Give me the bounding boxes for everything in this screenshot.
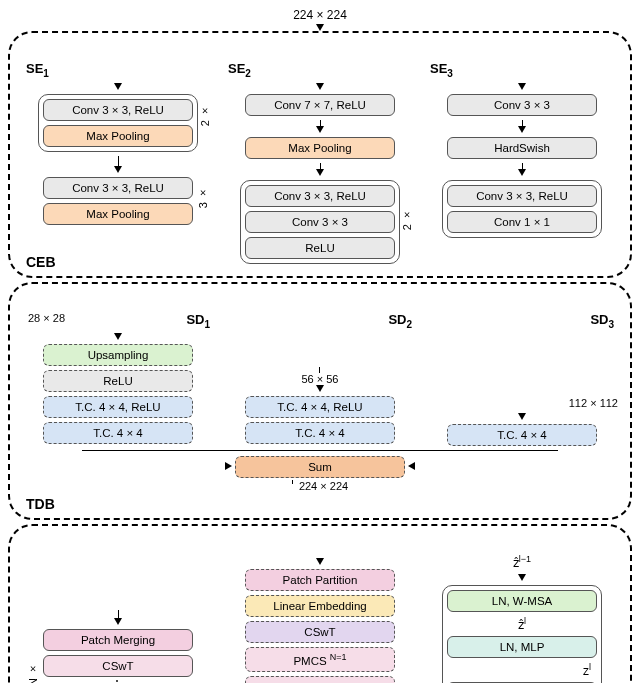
arrow-down-icon	[316, 558, 324, 565]
se2-column: SE2 Conv 7 × 7, ReLU Max Pooling 2 × Con…	[224, 61, 416, 264]
sd2-title: SD2	[388, 312, 412, 330]
multiplier-label: N ×	[27, 663, 39, 683]
pmcs-block: PMCS N=1	[245, 647, 395, 672]
arrow-down-icon	[518, 574, 526, 581]
upsampling-block: Upsampling	[43, 344, 193, 366]
relu-block: ReLU	[245, 237, 395, 259]
arrow-left-icon	[408, 462, 415, 470]
multiplier-label: 3 ×	[197, 187, 209, 208]
ceb-panel: SE1 2 × Conv 3 × 3, ReLU Max Pooling 3 ×…	[8, 31, 632, 278]
sd3-dim: 112 × 112	[569, 397, 618, 409]
arrow-down-icon	[518, 163, 526, 176]
arrow-down-icon: 56 × 56	[301, 367, 338, 392]
arrow-down-icon	[316, 163, 324, 176]
conv-block: Conv 3 × 3, ReLU	[447, 185, 597, 207]
conv-block: Conv 3 × 3, ReLU	[43, 99, 193, 121]
arrow-down-icon	[518, 413, 526, 420]
sd2-dim: 56 × 56	[301, 373, 338, 385]
tc-block: T.C. 4 × 4, ReLU	[43, 396, 193, 418]
arrow-down-icon	[114, 83, 122, 90]
conv-block: Conv 1 × 1	[447, 211, 597, 233]
multiplier-label: 2 ×	[401, 209, 413, 230]
se3-group: Conv 3 × 3, ReLU Conv 1 × 1	[442, 180, 602, 238]
relu-block: ReLU	[43, 370, 193, 392]
multiplier-label: 2 ×	[199, 105, 211, 126]
se1-column: SE1 2 × Conv 3 × 3, ReLU Max Pooling 3 ×…	[22, 61, 214, 225]
arrow-down-icon	[114, 610, 122, 625]
conv-block: Conv 3 × 3	[447, 94, 597, 116]
tc-block: T.C. 4 × 4	[447, 424, 597, 446]
arrow-right-icon	[225, 462, 232, 470]
arrow-down-icon	[316, 120, 324, 133]
arrow-down-icon	[316, 24, 324, 31]
tdb-out-dim: 224 × 224	[299, 480, 348, 492]
ceb-label: CEB	[26, 254, 56, 270]
se3-title: SE3	[430, 61, 453, 79]
conv-block: Conv 7 × 7, ReLU	[245, 94, 395, 116]
arrow-down-icon	[518, 83, 526, 90]
sum-block: Sum	[235, 456, 405, 478]
tc-block: T.C. 4 × 4	[245, 422, 395, 444]
sd3-title: SD3	[590, 312, 614, 330]
conv-block: Conv 3 × 3, ReLU	[245, 185, 395, 207]
cswt-expansion: ẑl−1 LN, W-MSA ẑl LN, MLP zl LN, SW-MSA …	[426, 554, 618, 683]
se2-group: 2 × Conv 3 × 3, ReLU Conv 3 × 3 ReLU	[240, 180, 400, 264]
arrow-down-icon	[114, 156, 122, 173]
z-label: ẑl	[447, 616, 597, 632]
pmcs-expansion: N × Patch Merging CSwT ⋮ CSwT	[22, 610, 214, 683]
patch-merging-block: Patch Merging	[43, 629, 193, 651]
arrow-down-icon	[292, 480, 293, 492]
arrow-down-icon	[114, 333, 122, 340]
tc-block: T.C. 4 × 4, ReLU	[245, 396, 395, 418]
hardswish-block: HardSwish	[447, 137, 597, 159]
linear-embedding-block: Linear Embedding	[245, 595, 395, 617]
tcb-main: Patch Partition Linear Embedding CSwT PM…	[224, 558, 416, 683]
tcb-panel: N × Patch Merging CSwT ⋮ CSwT Patch Part…	[8, 524, 632, 683]
patch-partition-block: Patch Partition	[245, 569, 395, 591]
se1-group1: 2 × Conv 3 × 3, ReLU Max Pooling	[38, 94, 198, 152]
conv-block: Conv 3 × 3	[245, 211, 395, 233]
sd2-column: SD2 56 × 56 T.C. 4 × 4, ReLU T.C. 4 × 4	[224, 312, 416, 445]
ln-mlp-block: LN, MLP	[447, 636, 597, 658]
pmcs-block: PMCS N=3	[245, 676, 395, 683]
maxpool-block: Max Pooling	[43, 125, 193, 147]
input-dim: 224 × 224	[8, 8, 632, 22]
z-label: ẑl−1	[513, 554, 531, 570]
tdb-panel: 28 × 28 SD1 Upsampling ReLU T.C. 4 × 4, …	[8, 282, 632, 521]
se1-title: SE1	[26, 61, 49, 79]
sd3-column: SD3 112 × 112 T.C. 4 × 4	[426, 312, 618, 447]
se2-title: SE2	[228, 61, 251, 79]
se3-column: SE3 Conv 3 × 3 HardSwish Conv 3 × 3, ReL…	[426, 61, 618, 238]
maxpool-block: Max Pooling	[43, 203, 193, 225]
ln-wmsa-block: LN, W-MSA	[447, 590, 597, 612]
se1-group2: 3 × Conv 3 × 3, ReLU Max Pooling	[43, 177, 193, 225]
arrow-down-icon	[518, 120, 526, 133]
sd1-in-dim: 28 × 28	[28, 312, 65, 330]
arrow-down-icon	[316, 83, 324, 90]
sd1-column: 28 × 28 SD1 Upsampling ReLU T.C. 4 × 4, …	[22, 312, 214, 445]
tdb-label: TDB	[26, 496, 55, 512]
cswt-block: CSwT	[43, 655, 193, 677]
tc-block: T.C. 4 × 4	[43, 422, 193, 444]
z-label: zl	[583, 662, 591, 678]
sd1-title: SD1	[186, 312, 210, 330]
conv-block: Conv 3 × 3, ReLU	[43, 177, 193, 199]
cswt-block: CSwT	[245, 621, 395, 643]
maxpool-block: Max Pooling	[245, 137, 395, 159]
